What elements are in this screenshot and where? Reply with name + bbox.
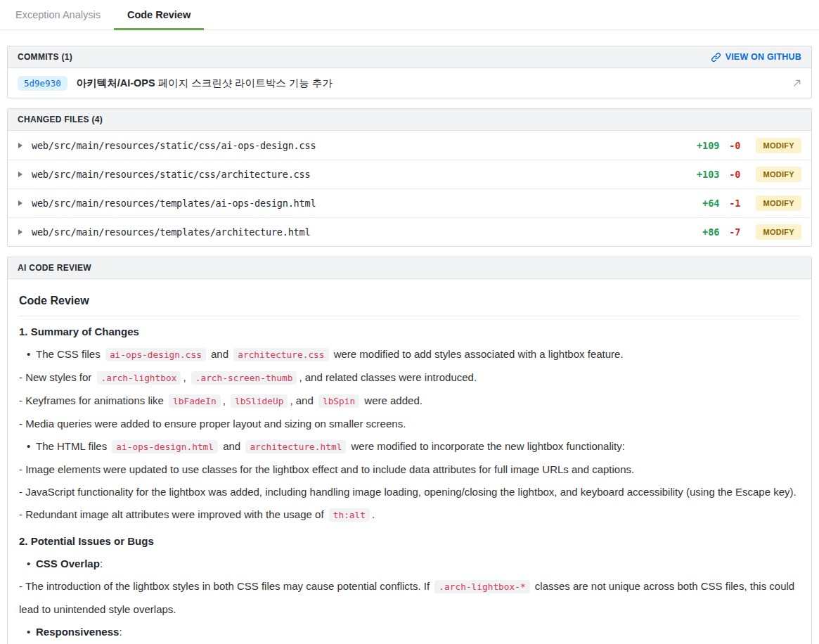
deletions-count: -7 (725, 226, 740, 238)
deletions-count: -0 (725, 140, 740, 151)
inline-code: lbSpin (318, 394, 359, 408)
inline-code: th:alt (329, 508, 370, 522)
inline-code: architecture.html (245, 440, 346, 453)
link-icon (711, 52, 721, 63)
review-title: Code Review (19, 295, 800, 307)
file-path: web/src/main/resources/static/css/ai-ops… (32, 140, 683, 151)
diff-stats: +86-7 (690, 226, 740, 238)
active-tab-underline (114, 28, 204, 30)
bullet-item: CSS Overlap: (19, 553, 800, 575)
additions-count: +64 (690, 198, 719, 209)
inline-code: .arch-screen-thumb (191, 371, 297, 385)
expand-triangle-icon[interactable] (18, 228, 25, 236)
inline-code: architecture.css (233, 348, 328, 361)
expand-triangle-icon[interactable] (18, 171, 25, 178)
tab-exception-analysis-label: Exception Analysis (15, 9, 101, 20)
additions-count: +103 (690, 169, 719, 180)
commit-row[interactable]: 5d9e930 아키텍처/AI-OPS 페이지 스크린샷 라이트박스 기능 추가 (8, 68, 811, 98)
review-line: - JavaScript functionality for the light… (19, 481, 800, 503)
view-on-github-link[interactable]: VIEW ON GITHUB (711, 52, 801, 63)
review-line: - Image elements were updated to use cla… (19, 458, 800, 481)
diff-stats: +103-0 (690, 169, 740, 180)
tab-code-review-label: Code Review (127, 9, 191, 20)
commit-message-bold: 아키텍처/AI-OPS (77, 77, 155, 89)
deletions-count: -0 (725, 169, 740, 180)
expand-triangle-icon[interactable] (18, 200, 25, 207)
diff-stats: +64-1 (690, 198, 740, 209)
inline-code: ai-ops-design.css (105, 348, 206, 361)
review-markdown: 1. Summary of Changes The CSS files ai-o… (19, 321, 800, 644)
changed-files-card-header: CHANGED FILES (4) (8, 109, 811, 131)
ai-code-review-card-header: AI CODE REVIEW (8, 257, 811, 279)
issues-list-2: Responsiveness: (19, 621, 800, 643)
review-line: - Media queries were added to ensure pro… (19, 413, 800, 435)
file-path: web/src/main/resources/templates/ai-ops-… (32, 198, 683, 209)
modify-badge: MODIFY (756, 224, 801, 240)
diff-stats: +109-0 (690, 140, 740, 151)
commits-header-title: COMMITS (1) (18, 52, 72, 62)
external-link-arrow-icon[interactable] (792, 79, 801, 88)
summary-list-1: The CSS files ai-ops-design.css and arch… (19, 343, 800, 366)
inline-code: .arch-lightbox-* (434, 580, 529, 593)
modify-badge: MODIFY (756, 195, 801, 211)
modify-badge: MODIFY (756, 167, 801, 182)
inline-code: lbSlideUp (231, 394, 288, 408)
issue-label: Responsiveness (36, 626, 119, 638)
bullet-item: The CSS files ai-ops-design.css and arch… (19, 343, 800, 366)
changed-files-header-title: CHANGED FILES (4) (18, 115, 103, 124)
commit-message: 아키텍처/AI-OPS 페이지 스크린샷 라이트박스 기능 추가 (77, 77, 783, 90)
view-on-github-label: VIEW ON GITHUB (726, 52, 801, 62)
bullet-item: Responsiveness: (19, 621, 800, 643)
page-content: COMMITS (1) VIEW ON GITHUB 5d9e930 아키텍처/… (0, 46, 819, 644)
file-path: web/src/main/resources/templates/archite… (32, 226, 683, 238)
divider (19, 316, 800, 316)
changed-files-card: CHANGED FILES (4) web/src/main/resources… (7, 108, 812, 247)
summary-list-2: The HTML files ai-ops-design.html and ar… (19, 435, 800, 458)
additions-count: +86 (690, 226, 719, 238)
deletions-count: -1 (725, 198, 740, 209)
file-path: web/src/main/resources/static/css/archit… (32, 169, 683, 180)
commit-message-rest: 페이지 스크린샷 라이트박스 기능 추가 (155, 77, 333, 89)
ai-code-review-header-title: AI CODE REVIEW (18, 263, 91, 273)
issue-label: CSS Overlap (36, 558, 100, 569)
expand-triangle-icon[interactable] (18, 142, 25, 149)
tab-bar: Exception Analysis Code Review (0, 0, 819, 30)
tab-code-review[interactable]: Code Review (114, 0, 204, 30)
file-row[interactable]: web/src/main/resources/static/css/archit… (8, 160, 811, 188)
file-row[interactable]: web/src/main/resources/templates/archite… (8, 217, 811, 246)
review-line: - New styles for .arch-lightbox, .arch-s… (19, 366, 800, 389)
review-line: - Keyframes for animations like lbFadeIn… (19, 389, 800, 413)
section-heading-summary: 1. Summary of Changes (19, 321, 800, 343)
inline-code: lbFadeIn (169, 394, 221, 408)
additions-count: +109 (690, 140, 719, 151)
tab-exception-analysis[interactable]: Exception Analysis (2, 0, 114, 30)
section-heading-issues: 2. Potential Issues or Bugs (19, 530, 800, 553)
commit-hash-badge[interactable]: 5d9e930 (18, 76, 67, 91)
review-line: - The introduction of the lightbox style… (19, 575, 800, 621)
file-row[interactable]: web/src/main/resources/static/css/ai-ops… (8, 131, 811, 160)
review-body: Code Review 1. Summary of Changes The CS… (8, 279, 811, 644)
inline-code: ai-ops-design.html (112, 440, 218, 453)
modify-badge: MODIFY (756, 138, 801, 153)
review-line: - Redundant image alt attributes were im… (19, 503, 800, 527)
inline-code: .arch-lightbox (97, 371, 181, 385)
commits-card: COMMITS (1) VIEW ON GITHUB 5d9e930 아키텍처/… (7, 46, 812, 98)
issues-list-1: CSS Overlap: (19, 553, 800, 575)
bullet-item: The HTML files ai-ops-design.html and ar… (19, 435, 800, 458)
commits-card-header: COMMITS (1) VIEW ON GITHUB (8, 46, 811, 68)
ai-code-review-card: AI CODE REVIEW Code Review 1. Summary of… (7, 257, 812, 644)
file-row[interactable]: web/src/main/resources/templates/ai-ops-… (8, 188, 811, 217)
